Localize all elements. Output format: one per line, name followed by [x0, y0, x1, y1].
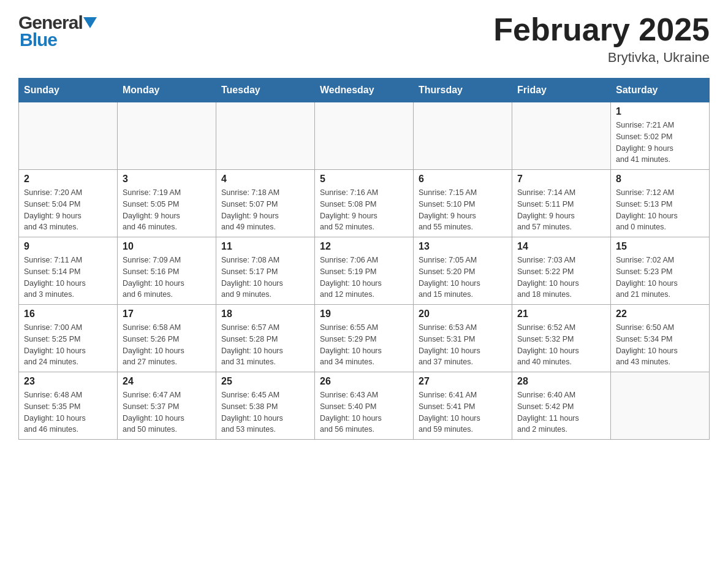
header-wednesday: Wednesday: [315, 79, 414, 102]
day-info: Sunrise: 6:58 AM Sunset: 5:26 PM Dayligh…: [123, 322, 211, 368]
day-number: 20: [419, 308, 507, 320]
calendar-table: Sunday Monday Tuesday Wednesday Thursday…: [18, 78, 710, 440]
day-number: 1: [616, 106, 704, 117]
day-info: Sunrise: 6:57 AM Sunset: 5:28 PM Dayligh…: [221, 322, 309, 368]
calendar-day-cell: [216, 102, 315, 170]
day-info: Sunrise: 7:06 AM Sunset: 5:19 PM Dayligh…: [320, 255, 408, 301]
day-info: Sunrise: 6:43 AM Sunset: 5:40 PM Dayligh…: [320, 389, 408, 435]
day-number: 28: [517, 376, 605, 387]
calendar-day-cell: [611, 372, 710, 440]
day-info: Sunrise: 7:21 AM Sunset: 5:02 PM Dayligh…: [616, 120, 704, 166]
header-monday: Monday: [118, 79, 216, 102]
calendar-day-cell: 28Sunrise: 6:40 AM Sunset: 5:42 PM Dayli…: [512, 372, 611, 440]
calendar-day-cell: 7Sunrise: 7:14 AM Sunset: 5:11 PM Daylig…: [512, 170, 611, 237]
calendar-day-cell: 25Sunrise: 6:45 AM Sunset: 5:38 PM Dayli…: [216, 372, 315, 440]
day-number: 3: [123, 174, 211, 185]
calendar-day-cell: 12Sunrise: 7:06 AM Sunset: 5:19 PM Dayli…: [315, 237, 414, 305]
day-info: Sunrise: 6:50 AM Sunset: 5:34 PM Dayligh…: [616, 322, 704, 368]
day-number: 23: [24, 376, 112, 387]
day-info: Sunrise: 6:47 AM Sunset: 5:37 PM Dayligh…: [123, 389, 211, 435]
calendar-day-cell: 11Sunrise: 7:08 AM Sunset: 5:17 PM Dayli…: [216, 237, 315, 305]
day-info: Sunrise: 6:53 AM Sunset: 5:31 PM Dayligh…: [419, 322, 507, 368]
day-number: 7: [517, 174, 605, 185]
calendar-day-cell: 15Sunrise: 7:02 AM Sunset: 5:23 PM Dayli…: [611, 237, 710, 305]
calendar-day-cell: 5Sunrise: 7:16 AM Sunset: 5:08 PM Daylig…: [315, 170, 414, 237]
day-info: Sunrise: 6:40 AM Sunset: 5:42 PM Dayligh…: [517, 389, 605, 435]
day-number: 8: [616, 174, 704, 185]
day-info: Sunrise: 7:19 AM Sunset: 5:05 PM Dayligh…: [123, 187, 211, 233]
day-number: 19: [320, 308, 408, 320]
calendar-day-cell: 23Sunrise: 6:48 AM Sunset: 5:35 PM Dayli…: [19, 372, 118, 440]
calendar-title: February 2025: [493, 12, 710, 47]
day-number: 21: [517, 308, 605, 320]
calendar-day-cell: 14Sunrise: 7:03 AM Sunset: 5:22 PM Dayli…: [512, 237, 611, 305]
day-info: Sunrise: 7:20 AM Sunset: 5:04 PM Dayligh…: [24, 187, 112, 233]
day-number: 15: [616, 241, 704, 252]
calendar-day-cell: [118, 102, 216, 170]
day-number: 11: [221, 241, 309, 252]
logo: General Blue: [18, 12, 97, 50]
calendar-day-cell: 1Sunrise: 7:21 AM Sunset: 5:02 PM Daylig…: [611, 102, 710, 170]
calendar-day-cell: 8Sunrise: 7:12 AM Sunset: 5:13 PM Daylig…: [611, 170, 710, 237]
day-info: Sunrise: 7:09 AM Sunset: 5:16 PM Dayligh…: [123, 255, 211, 301]
calendar-day-cell: 2Sunrise: 7:20 AM Sunset: 5:04 PM Daylig…: [19, 170, 118, 237]
day-number: 6: [419, 174, 507, 185]
day-number: 14: [517, 241, 605, 252]
calendar-day-cell: 4Sunrise: 7:18 AM Sunset: 5:07 PM Daylig…: [216, 170, 315, 237]
day-info: Sunrise: 7:11 AM Sunset: 5:14 PM Dayligh…: [24, 255, 112, 301]
logo-triangle-icon: [83, 17, 97, 31]
logo-blue-text: Blue: [20, 29, 57, 50]
header-thursday: Thursday: [414, 79, 512, 102]
day-number: 25: [221, 376, 309, 387]
day-info: Sunrise: 7:16 AM Sunset: 5:08 PM Dayligh…: [320, 187, 408, 233]
header-saturday: Saturday: [611, 79, 710, 102]
day-number: 16: [24, 308, 112, 320]
day-number: 2: [24, 174, 112, 185]
calendar-day-cell: 26Sunrise: 6:43 AM Sunset: 5:40 PM Dayli…: [315, 372, 414, 440]
calendar-day-cell: 6Sunrise: 7:15 AM Sunset: 5:10 PM Daylig…: [414, 170, 512, 237]
day-info: Sunrise: 7:12 AM Sunset: 5:13 PM Dayligh…: [616, 187, 704, 233]
day-info: Sunrise: 6:48 AM Sunset: 5:35 PM Dayligh…: [24, 389, 112, 435]
header-sunday: Sunday: [19, 79, 118, 102]
day-info: Sunrise: 7:00 AM Sunset: 5:25 PM Dayligh…: [24, 322, 112, 368]
svg-marker-0: [83, 17, 97, 28]
day-number: 24: [123, 376, 211, 387]
weekday-header-row: Sunday Monday Tuesday Wednesday Thursday…: [19, 79, 710, 102]
day-info: Sunrise: 6:55 AM Sunset: 5:29 PM Dayligh…: [320, 322, 408, 368]
day-number: 22: [616, 308, 704, 320]
calendar-week-row: 1Sunrise: 7:21 AM Sunset: 5:02 PM Daylig…: [19, 102, 710, 170]
day-number: 18: [221, 308, 309, 320]
header-tuesday: Tuesday: [216, 79, 315, 102]
calendar-day-cell: 19Sunrise: 6:55 AM Sunset: 5:29 PM Dayli…: [315, 305, 414, 372]
calendar-week-row: 23Sunrise: 6:48 AM Sunset: 5:35 PM Dayli…: [19, 372, 710, 440]
day-number: 26: [320, 376, 408, 387]
calendar-day-cell: 21Sunrise: 6:52 AM Sunset: 5:32 PM Dayli…: [512, 305, 611, 372]
calendar-day-cell: 17Sunrise: 6:58 AM Sunset: 5:26 PM Dayli…: [118, 305, 216, 372]
calendar-day-cell: [512, 102, 611, 170]
day-number: 10: [123, 241, 211, 252]
calendar-day-cell: 16Sunrise: 7:00 AM Sunset: 5:25 PM Dayli…: [19, 305, 118, 372]
calendar-day-cell: 24Sunrise: 6:47 AM Sunset: 5:37 PM Dayli…: [118, 372, 216, 440]
day-info: Sunrise: 7:02 AM Sunset: 5:23 PM Dayligh…: [616, 255, 704, 301]
calendar-day-cell: 13Sunrise: 7:05 AM Sunset: 5:20 PM Dayli…: [414, 237, 512, 305]
calendar-day-cell: 22Sunrise: 6:50 AM Sunset: 5:34 PM Dayli…: [611, 305, 710, 372]
calendar-day-cell: [315, 102, 414, 170]
day-number: 4: [221, 174, 309, 185]
day-number: 5: [320, 174, 408, 185]
day-number: 13: [419, 241, 507, 252]
calendar-day-cell: [19, 102, 118, 170]
header-friday: Friday: [512, 79, 611, 102]
day-info: Sunrise: 7:15 AM Sunset: 5:10 PM Dayligh…: [419, 187, 507, 233]
day-number: 17: [123, 308, 211, 320]
day-info: Sunrise: 6:52 AM Sunset: 5:32 PM Dayligh…: [517, 322, 605, 368]
day-info: Sunrise: 7:08 AM Sunset: 5:17 PM Dayligh…: [221, 255, 309, 301]
calendar-day-cell: 27Sunrise: 6:41 AM Sunset: 5:41 PM Dayli…: [414, 372, 512, 440]
page-header: General Blue February 2025 Brytivka, Ukr…: [18, 12, 710, 66]
calendar-day-cell: 10Sunrise: 7:09 AM Sunset: 5:16 PM Dayli…: [118, 237, 216, 305]
calendar-week-row: 2Sunrise: 7:20 AM Sunset: 5:04 PM Daylig…: [19, 170, 710, 237]
day-info: Sunrise: 6:41 AM Sunset: 5:41 PM Dayligh…: [419, 389, 507, 435]
day-info: Sunrise: 7:18 AM Sunset: 5:07 PM Dayligh…: [221, 187, 309, 233]
day-info: Sunrise: 6:45 AM Sunset: 5:38 PM Dayligh…: [221, 389, 309, 435]
calendar-day-cell: 20Sunrise: 6:53 AM Sunset: 5:31 PM Dayli…: [414, 305, 512, 372]
day-number: 12: [320, 241, 408, 252]
